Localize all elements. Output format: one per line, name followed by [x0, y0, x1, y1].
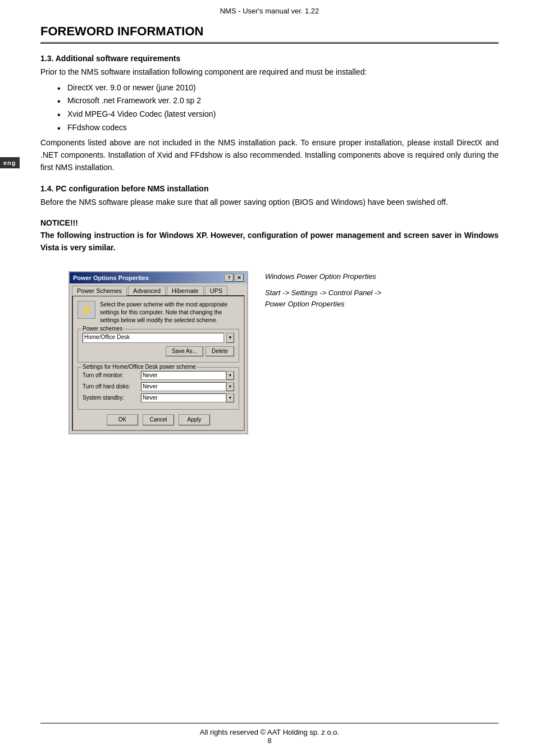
caption-line1: Windows Power Option Properties	[265, 271, 381, 282]
field-row-monitor: Turn off monitor: Never ▼	[83, 371, 234, 380]
dialog-tabs: Power Schemes Advanced Hibernate UPS	[70, 283, 247, 295]
field-value-monitor[interactable]: Never	[141, 371, 226, 380]
power-icon: ⚡	[77, 301, 95, 319]
caption-line2: Start -> Settings -> Control Panel -> Po…	[265, 287, 381, 309]
settings-group: Settings for Home/Office Desk power sche…	[77, 367, 239, 410]
tab-hibernate[interactable]: Hibernate	[167, 286, 204, 295]
tab-advanced[interactable]: Advanced	[128, 286, 166, 295]
list-item: Microsoft .net Framework ver. 2.0 sp 2	[57, 95, 499, 107]
field-value-harddisk[interactable]: Never	[141, 382, 226, 391]
field-label-monitor: Turn off monitor:	[83, 372, 139, 378]
field-row-harddisk: Turn off hard disks: Never ▼	[83, 382, 234, 391]
section-13-intro: Prior to the NMS software installation f…	[40, 66, 499, 79]
notice-text: The following instruction is for Windows…	[40, 230, 499, 254]
field-combo-standby: Never ▼	[141, 393, 234, 402]
dialog-icon-row: ⚡ Select the power scheme with the most …	[77, 301, 239, 324]
page-footer: All rights reserved © AAT Holding sp. z …	[40, 723, 499, 745]
list-item: FFdshow codecs	[57, 122, 499, 134]
dialog-close-btn[interactable]: ✕	[235, 274, 244, 282]
header-title: NMS - User's manual ver. 1.22	[220, 7, 319, 15]
list-item: Xvid MPEG-4 Video Codec (latest version)	[57, 108, 499, 121]
dialog-title: Power Options Properties	[73, 274, 149, 281]
field-label-standby: System standby:	[83, 395, 139, 401]
list-item: DirectX ver. 9.0 or newer (june 2010)	[57, 82, 499, 94]
save-as-btn[interactable]: Save As...	[166, 346, 203, 356]
power-schemes-label: Power schemes	[81, 326, 124, 332]
tab-ups[interactable]: UPS	[205, 286, 228, 295]
section-14-para1: Before the NMS software please make sure…	[40, 196, 499, 209]
footer-text: All rights reserved © AAT Holding sp. z …	[40, 728, 499, 736]
field-combo-arrow-standby[interactable]: ▼	[226, 393, 234, 402]
requirements-list: DirectX ver. 9.0 or newer (june 2010) Mi…	[57, 82, 499, 134]
section-13-heading: 1.3. Additional software requirements	[40, 54, 499, 63]
dialog-titlebar-buttons: ? ✕	[225, 274, 244, 282]
field-combo-harddisk: Never ▼	[141, 382, 234, 391]
scheme-selector-row: Home/Office Desk ▼	[83, 333, 234, 343]
cancel-button[interactable]: Cancel	[143, 414, 174, 425]
power-schemes-group: Power schemes Home/Office Desk ▼ Save As…	[77, 329, 239, 363]
page-number: 8	[40, 736, 499, 745]
section-13-para1: Components listed above are not included…	[40, 137, 499, 173]
dialog-titlebar: Power Options Properties ? ✕	[70, 272, 247, 283]
tab-power-schemes[interactable]: Power Schemes	[72, 286, 127, 296]
dialog-ok-row: OK Cancel Apply	[77, 414, 239, 425]
field-combo-monitor: Never ▼	[141, 371, 234, 380]
delete-btn[interactable]: Delete	[205, 346, 234, 356]
field-combo-arrow-harddisk[interactable]: ▼	[226, 382, 234, 391]
field-label-harddisk: Turn off hard disks:	[83, 383, 139, 390]
image-caption-row: Power Options Properties ? ✕ Power Schem…	[40, 271, 499, 434]
scheme-select-arrow[interactable]: ▼	[226, 333, 234, 343]
apply-button[interactable]: Apply	[179, 414, 210, 425]
dialog-body: ⚡ Select the power scheme with the most …	[72, 295, 245, 431]
field-row-standby: System standby: Never ▼	[83, 393, 234, 402]
field-value-standby[interactable]: Never	[141, 393, 226, 402]
page-title: FOREWORD INFORMATION	[40, 24, 499, 39]
title-divider	[40, 42, 499, 44]
field-combo-arrow-monitor[interactable]: ▼	[226, 371, 234, 380]
language-badge: eng	[0, 157, 20, 168]
dialog-desc: Select the power scheme with the most ap…	[100, 301, 239, 324]
section-14-heading: 1.4. PC configuration before NMS install…	[40, 184, 499, 193]
page-header: NMS - User's manual ver. 1.22	[0, 0, 539, 19]
scheme-btn-row: Save As... Delete	[83, 346, 234, 356]
content-area: FOREWORD INFORMATION 1.3. Additional sof…	[40, 24, 499, 468]
windows-dialog: Power Options Properties ? ✕ Power Schem…	[68, 271, 248, 434]
notice-label: NOTICE!!!	[40, 218, 499, 227]
ok-button[interactable]: OK	[107, 414, 138, 425]
settings-group-label: Settings for Home/Office Desk power sche…	[81, 364, 197, 370]
caption-area: Windows Power Option Properties Start ->…	[265, 271, 381, 321]
dialog-help-btn[interactable]: ?	[225, 274, 234, 282]
scheme-select[interactable]: Home/Office Desk	[83, 333, 224, 343]
